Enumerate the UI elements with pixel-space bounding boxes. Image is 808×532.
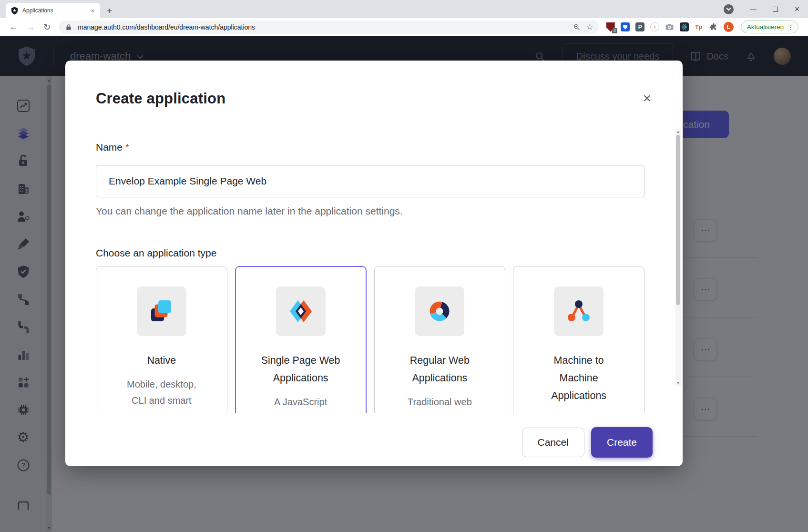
zoom-icon[interactable] [573,23,581,31]
url-text[interactable]: manage.auth0.com/dashboard/eu/dream-watc… [78,23,568,31]
modal-title: Create application [96,90,225,107]
ublock-badge: 4 [612,28,617,33]
application-type-cards-viewport: Native Mobile, desktop, CLI and smart Si… [96,266,644,413]
tab-title: Applications [22,7,85,14]
new-tab-button[interactable]: + [100,6,118,18]
modal-scrollbar[interactable]: ▲ ▼ [675,129,681,386]
app-type-title: Single Page Web Applications [235,352,366,387]
modal-body: Name* You can change the application nam… [65,132,675,419]
app-type-description: Traditional web [375,394,505,410]
crosshair-extension-icon[interactable]: + [650,22,660,32]
scrollbar-up-icon[interactable]: ▲ [675,130,681,134]
update-label: Aktualisieren [747,23,784,31]
browser-window: Applications × + — × ← → ↻ manage.auth0.… [0,0,808,532]
cancel-button[interactable]: Cancel [522,428,584,457]
address-bar[interactable]: manage.auth0.com/dashboard/eu/dream-watc… [59,20,599,34]
app-type-card-regular-web[interactable]: Regular Web Applications Traditional web [374,266,506,413]
ublock-extension-icon[interactable]: 4 [606,22,615,32]
minimize-button[interactable]: — [742,0,764,18]
app-type-card-machine-to-machine[interactable]: Machine to Machine Applications [513,266,644,413]
app-type-title: Regular Web Applications [375,352,505,387]
scrollbar-down-icon[interactable]: ▼ [675,381,681,385]
tab-applications[interactable]: Applications × [6,3,100,18]
tab-close-icon[interactable]: × [89,7,96,15]
extensions-row: 4 P + Tp L Aktualisieren ⋮ [603,20,803,33]
tampermonkey-extension-icon[interactable]: Tp [694,22,704,32]
back-button[interactable]: ← [5,21,22,33]
app-type-description: Mobile, desktop, CLI and smart [96,376,227,409]
application-name-input[interactable] [96,165,644,197]
forward-button[interactable]: → [22,21,39,33]
name-helper-text: You can change the application name late… [96,205,652,217]
close-window-button[interactable]: × [786,0,808,18]
lock-icon[interactable] [64,23,73,31]
app-type-title: Machine to Machine Applications [513,352,644,405]
reload-button[interactable]: ↻ [39,21,55,33]
bookmark-star-icon[interactable]: ☆ [586,22,593,32]
name-field-label: Name* [96,142,652,153]
p-extension-icon[interactable]: P [635,22,645,32]
single-page-app-icon [276,286,326,336]
browser-menu-kebab-icon[interactable]: ⋮ [787,23,795,31]
required-asterisk: * [125,142,129,153]
window-controls: — × [724,0,808,18]
camera-extension-icon[interactable] [665,22,675,32]
browser-update-button[interactable]: Aktualisieren ⋮ [741,20,798,33]
app-type-card-native[interactable]: Native Mobile, desktop, CLI and smart [96,266,227,413]
browser-profile-avatar[interactable]: L [724,22,734,32]
auth0-page: dream-watch Discuss your needs Docs [0,36,808,532]
application-type-section-label: Choose an application type [96,247,652,259]
regular-web-icon [415,286,464,336]
app-type-title: Native [96,352,227,369]
native-icon [137,286,186,336]
maximize-button[interactable] [764,0,786,18]
extensions-puzzle-icon[interactable] [709,22,718,32]
app-type-card-single-page-web[interactable]: Single Page Web Applications A JavaScrip… [235,266,367,413]
create-application-modal: Create application × Name* You can chang… [65,61,683,466]
bitwarden-extension-icon[interactable] [621,22,630,32]
react-devtools-extension-icon[interactable] [680,22,689,31]
app-type-description: A JavaScript [235,394,366,410]
browser-toolbar: ← → ↻ manage.auth0.com/dashboard/eu/drea… [0,18,808,36]
modal-scrollbar-thumb[interactable] [676,135,680,305]
tab-strip: Applications × + — × [0,0,808,18]
modal-close-icon[interactable]: × [643,91,651,105]
create-button[interactable]: Create [591,427,653,458]
machine-to-machine-icon [554,286,603,336]
tab-search-icon[interactable] [724,4,734,14]
modal-footer: Cancel Create [65,419,683,466]
auth0-favicon-icon [10,7,19,15]
